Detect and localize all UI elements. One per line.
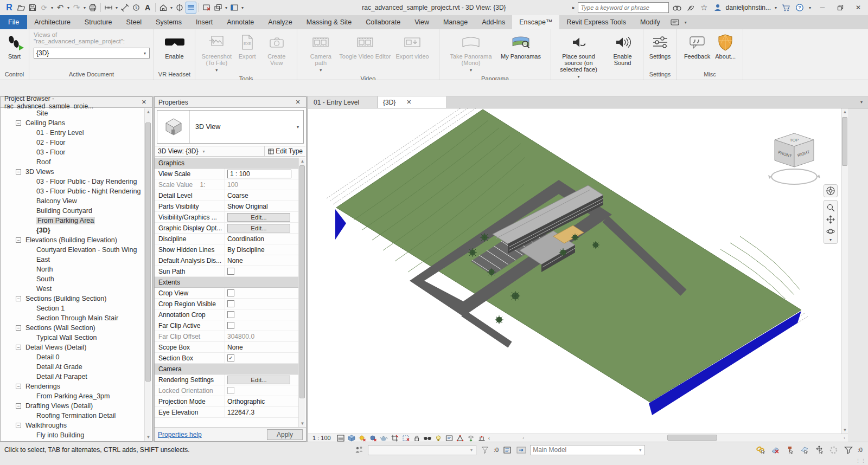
property-row[interactable]: Sun Path: [155, 266, 298, 277]
aligned-dimension-icon[interactable]: [119, 2, 130, 14]
tree-item[interactable]: Roof: [1, 157, 144, 167]
tree-item[interactable]: Roofing Termination Detail: [1, 411, 144, 421]
tree-item[interactable]: Ceiling Plans: [1, 118, 144, 128]
property-row[interactable]: Detail Level Coarse Coarse: [155, 190, 298, 201]
tree-item[interactable]: Elevations (Building Elevation): [1, 235, 144, 245]
property-row[interactable]: Default Analysis Dis... None None: [155, 255, 298, 266]
ribbon-tab[interactable]: Steel: [119, 15, 149, 29]
default-3d-view-icon[interactable]: [158, 2, 169, 14]
property-row[interactable]: Scale Value 1: 100 100: [155, 179, 298, 190]
property-value[interactable]: 100 100: [225, 179, 298, 190]
resize-grip[interactable]: ⋮⋮: [856, 458, 866, 463]
tree-item[interactable]: East: [1, 255, 144, 264]
orbit-icon[interactable]: [825, 225, 836, 237]
collapse-icon[interactable]: [16, 120, 21, 126]
edit-button[interactable]: Edit...: [227, 224, 290, 232]
scroll-thumb[interactable]: [667, 435, 717, 441]
close-icon[interactable]: ✕: [293, 99, 302, 106]
text-icon[interactable]: A: [142, 2, 153, 14]
tree-item[interactable]: 03 - Floor: [1, 147, 144, 157]
pan-icon[interactable]: [825, 214, 836, 225]
collapse-icon[interactable]: [16, 384, 21, 389]
tree-item[interactable]: North: [1, 264, 144, 274]
project-browser-title[interactable]: Project Browser - rac_advanced_sample_pr…: [1, 97, 152, 108]
property-row[interactable]: Show Hidden Lines By Discipline By Disci…: [155, 244, 298, 255]
close-icon[interactable]: ✕: [140, 99, 148, 106]
scroll-down-icon[interactable]: ▼: [299, 420, 306, 427]
properties-title[interactable]: Properties ✕: [155, 97, 306, 108]
tree-item[interactable]: Renderings: [1, 382, 144, 391]
collapse-icon[interactable]: [16, 237, 21, 243]
selection-filter-icon[interactable]: [843, 444, 854, 456]
filter-worksets-icon[interactable]: [480, 444, 490, 456]
ribbon-tab[interactable]: Insert: [189, 15, 220, 29]
store-cart-icon[interactable]: [781, 2, 792, 14]
view-tab-list-icon[interactable]: [859, 96, 868, 108]
tree-item[interactable]: Detail 0: [1, 352, 144, 362]
help-caret-icon[interactable]: [808, 5, 812, 10]
property-value[interactable]: [225, 353, 298, 363]
property-value[interactable]: 1 : 100 1 : 100: [225, 169, 298, 179]
export-button[interactable]: EXE Export: [237, 31, 258, 75]
property-row[interactable]: Annotation Crop: [155, 309, 298, 320]
vr-enable-button[interactable]: Enable: [163, 31, 187, 70]
ribbon-tab[interactable]: Architecture: [27, 15, 78, 29]
favorites-star-icon[interactable]: ☆: [699, 2, 710, 14]
edit-button[interactable]: Edit...: [227, 213, 290, 222]
tree-item[interactable]: Sections (Wall Section): [1, 323, 144, 333]
ribbon-tab[interactable]: Modify: [633, 15, 667, 29]
design-option-select[interactable]: Main Model: [530, 445, 645, 455]
checkbox[interactable]: [227, 322, 234, 329]
tree-item[interactable]: West: [1, 284, 144, 294]
scroll-right-icon[interactable]: ›: [841, 434, 848, 442]
show-rendering-dialog-icon[interactable]: [380, 434, 388, 442]
property-value[interactable]: [225, 266, 298, 276]
unlocked-view-icon[interactable]: [412, 434, 421, 442]
undo-icon[interactable]: ↶: [55, 2, 66, 14]
edit-button[interactable]: Edit...: [227, 376, 290, 384]
property-row[interactable]: Graphics: [155, 158, 298, 169]
property-value[interactable]: [225, 385, 298, 396]
tree-item[interactable]: {3D}: [1, 225, 144, 235]
revit-logo-icon[interactable]: R: [3, 3, 15, 12]
view-caret-icon[interactable]: [169, 5, 174, 10]
tree-item[interactable]: From Parking Area: [1, 216, 144, 225]
property-value[interactable]: Orthographic Orthographic: [225, 396, 298, 406]
redo-caret-icon[interactable]: [82, 5, 87, 10]
canvas-horizontal-scrollbar[interactable]: ‹ ›: [520, 434, 848, 442]
ribbon-tab[interactable]: View: [407, 15, 436, 29]
property-value[interactable]: Edit... Edit...: [225, 223, 298, 233]
road-south[interactable]: [463, 313, 510, 345]
ribbon-tab[interactable]: Annotate: [220, 15, 261, 29]
tree-item[interactable]: 3D Views: [1, 167, 144, 177]
property-row[interactable]: Crop Region Visible: [155, 299, 298, 309]
type-selector[interactable]: 3D View: [157, 110, 304, 144]
my-panoramas-button[interactable]: My Panoramas: [497, 31, 544, 75]
navbar-caret-icon[interactable]: [828, 237, 833, 242]
property-row[interactable]: Graphic Display Opt... Edit... Edit...: [155, 223, 298, 234]
collapse-icon[interactable]: [16, 325, 21, 331]
ribbon-tab[interactable]: Enscape™: [512, 15, 559, 29]
property-row[interactable]: Visibility/Graphics ... Edit... Edit...: [155, 212, 298, 223]
ribbon-tab[interactable]: Massing & Site: [299, 15, 359, 29]
switch-windows-icon[interactable]: [213, 2, 224, 14]
collapse-icon[interactable]: [16, 423, 21, 428]
property-row[interactable]: View Scale 1 : 100 1 : 100: [155, 169, 298, 179]
canvas-vertical-scrollbar[interactable]: ▲ ▼: [841, 108, 848, 434]
ribbon-tab[interactable]: Analyze: [261, 15, 299, 29]
property-value[interactable]: Edit... Edit...: [225, 212, 298, 222]
property-value[interactable]: [225, 299, 298, 309]
instance-caret-icon[interactable]: [202, 149, 206, 154]
help-search-input[interactable]: [578, 2, 669, 13]
scroll-thumb[interactable]: [145, 122, 151, 382]
ribbon-tab[interactable]: Systems: [149, 15, 189, 29]
username[interactable]: danieljohnstin...: [726, 4, 771, 11]
scroll-up-icon[interactable]: ▲: [145, 108, 152, 115]
section-icon[interactable]: [174, 2, 185, 14]
settings-button[interactable]: Settings: [648, 31, 673, 70]
tag-icon[interactable]: 1: [131, 2, 142, 14]
property-value[interactable]: [225, 320, 298, 331]
measure-icon[interactable]: [103, 2, 114, 14]
user-caret-icon[interactable]: [774, 5, 778, 10]
ribbon-cycle-icon[interactable]: [671, 15, 688, 29]
